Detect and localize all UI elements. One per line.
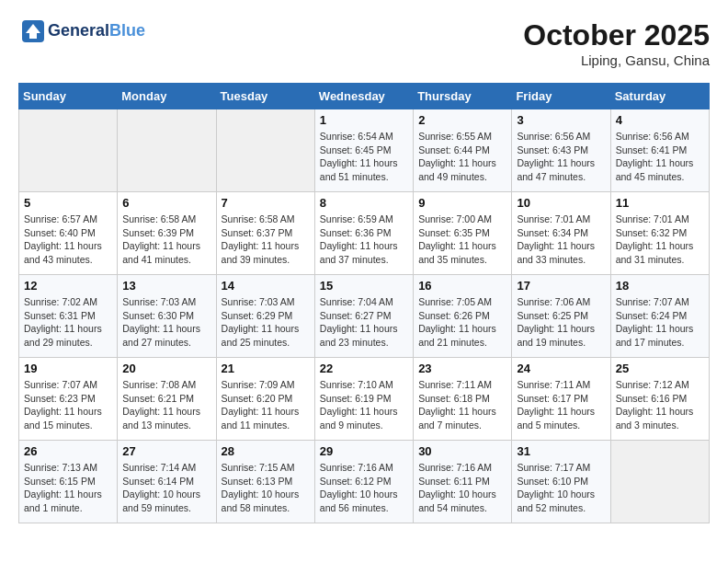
day-number: 9 xyxy=(418,196,506,210)
calendar-cell: 14Sunrise: 7:03 AM Sunset: 6:29 PM Dayli… xyxy=(216,275,314,358)
calendar-cell xyxy=(610,441,709,523)
weekday-header-wednesday: Wednesday xyxy=(314,84,413,109)
calendar-cell: 12Sunrise: 7:02 AM Sunset: 6:31 PM Dayli… xyxy=(19,275,118,358)
weekday-row: SundayMondayTuesdayWednesdayThursdayFrid… xyxy=(19,84,710,109)
day-info: Sunrise: 7:12 AM Sunset: 6:16 PM Dayligh… xyxy=(616,378,704,432)
day-number: 21 xyxy=(222,362,310,375)
calendar-cell: 23Sunrise: 7:11 AM Sunset: 6:18 PM Dayli… xyxy=(414,358,512,441)
day-number: 30 xyxy=(418,444,506,458)
calendar-cell: 9Sunrise: 7:00 AM Sunset: 6:35 PM Daylig… xyxy=(414,192,512,275)
day-info: Sunrise: 6:56 AM Sunset: 6:43 PM Dayligh… xyxy=(517,130,605,184)
svg-rect-2 xyxy=(29,33,37,39)
day-info: Sunrise: 6:58 AM Sunset: 6:39 PM Dayligh… xyxy=(122,213,210,267)
day-info: Sunrise: 7:17 AM Sunset: 6:10 PM Dayligh… xyxy=(517,461,605,515)
day-number: 5 xyxy=(24,196,112,210)
calendar-cell: 10Sunrise: 7:01 AM Sunset: 6:34 PM Dayli… xyxy=(512,192,610,275)
day-number: 8 xyxy=(320,196,408,210)
day-number: 28 xyxy=(222,444,310,458)
day-number: 31 xyxy=(517,444,605,458)
day-info: Sunrise: 7:11 AM Sunset: 6:18 PM Dayligh… xyxy=(418,378,506,432)
day-info: Sunrise: 7:16 AM Sunset: 6:11 PM Dayligh… xyxy=(418,461,506,515)
calendar-cell: 29Sunrise: 7:16 AM Sunset: 6:12 PM Dayli… xyxy=(314,441,413,523)
month-title: October 2025 xyxy=(523,18,710,52)
logo-text: GeneralBlue xyxy=(48,21,145,41)
day-number: 10 xyxy=(517,196,605,210)
calendar-cell: 15Sunrise: 7:04 AM Sunset: 6:27 PM Dayli… xyxy=(314,275,413,358)
day-info: Sunrise: 7:07 AM Sunset: 6:24 PM Dayligh… xyxy=(616,295,704,350)
day-info: Sunrise: 7:08 AM Sunset: 6:21 PM Dayligh… xyxy=(122,378,210,432)
day-info: Sunrise: 6:57 AM Sunset: 6:40 PM Dayligh… xyxy=(24,213,112,267)
weekday-header-saturday: Saturday xyxy=(610,84,709,109)
day-info: Sunrise: 7:03 AM Sunset: 6:30 PM Dayligh… xyxy=(122,295,210,350)
day-number: 23 xyxy=(418,362,506,375)
calendar-cell: 27Sunrise: 7:14 AM Sunset: 6:14 PM Dayli… xyxy=(118,441,216,523)
day-info: Sunrise: 7:11 AM Sunset: 6:17 PM Dayligh… xyxy=(517,378,605,432)
day-number: 4 xyxy=(616,113,704,127)
day-info: Sunrise: 7:07 AM Sunset: 6:23 PM Dayligh… xyxy=(24,378,112,432)
calendar-week-3: 12Sunrise: 7:02 AM Sunset: 6:31 PM Dayli… xyxy=(19,275,710,358)
weekday-header-monday: Monday xyxy=(118,84,216,109)
day-number: 26 xyxy=(24,444,112,458)
calendar-table: SundayMondayTuesdayWednesdayThursdayFrid… xyxy=(18,83,710,523)
day-number: 25 xyxy=(616,362,704,375)
day-info: Sunrise: 7:09 AM Sunset: 6:20 PM Dayligh… xyxy=(222,378,310,432)
calendar-cell: 19Sunrise: 7:07 AM Sunset: 6:23 PM Dayli… xyxy=(19,358,118,441)
calendar-week-5: 26Sunrise: 7:13 AM Sunset: 6:15 PM Dayli… xyxy=(19,441,710,523)
calendar-cell: 4Sunrise: 6:56 AM Sunset: 6:41 PM Daylig… xyxy=(610,109,709,192)
calendar-cell xyxy=(216,109,314,192)
day-number: 29 xyxy=(320,444,408,458)
day-info: Sunrise: 7:06 AM Sunset: 6:25 PM Dayligh… xyxy=(517,295,605,350)
day-number: 18 xyxy=(616,279,704,293)
day-info: Sunrise: 6:54 AM Sunset: 6:45 PM Dayligh… xyxy=(320,130,408,184)
day-info: Sunrise: 7:00 AM Sunset: 6:35 PM Dayligh… xyxy=(418,213,506,267)
day-number: 1 xyxy=(320,113,408,127)
calendar-cell: 31Sunrise: 7:17 AM Sunset: 6:10 PM Dayli… xyxy=(512,441,610,523)
day-number: 20 xyxy=(122,362,210,375)
day-info: Sunrise: 6:56 AM Sunset: 6:41 PM Dayligh… xyxy=(616,130,704,184)
calendar-cell: 20Sunrise: 7:08 AM Sunset: 6:21 PM Dayli… xyxy=(118,358,216,441)
calendar-cell xyxy=(19,109,118,192)
day-info: Sunrise: 7:01 AM Sunset: 6:34 PM Dayligh… xyxy=(517,213,605,267)
day-number: 17 xyxy=(517,279,605,293)
calendar-cell: 17Sunrise: 7:06 AM Sunset: 6:25 PM Dayli… xyxy=(512,275,610,358)
calendar-cell: 7Sunrise: 6:58 AM Sunset: 6:37 PM Daylig… xyxy=(216,192,314,275)
day-number: 12 xyxy=(24,279,112,293)
day-info: Sunrise: 7:10 AM Sunset: 6:19 PM Dayligh… xyxy=(320,378,408,432)
calendar-week-1: 1Sunrise: 6:54 AM Sunset: 6:45 PM Daylig… xyxy=(19,109,710,192)
calendar-cell: 26Sunrise: 7:13 AM Sunset: 6:15 PM Dayli… xyxy=(19,441,118,523)
calendar-week-2: 5Sunrise: 6:57 AM Sunset: 6:40 PM Daylig… xyxy=(19,192,710,275)
day-info: Sunrise: 7:16 AM Sunset: 6:12 PM Dayligh… xyxy=(320,461,408,515)
weekday-header-sunday: Sunday xyxy=(19,84,118,109)
calendar-cell: 2Sunrise: 6:55 AM Sunset: 6:44 PM Daylig… xyxy=(414,109,512,192)
calendar-cell: 25Sunrise: 7:12 AM Sunset: 6:16 PM Dayli… xyxy=(610,358,709,441)
day-number: 6 xyxy=(122,196,210,210)
day-number: 16 xyxy=(418,279,506,293)
day-info: Sunrise: 7:01 AM Sunset: 6:32 PM Dayligh… xyxy=(616,213,704,267)
day-number: 3 xyxy=(517,113,605,127)
day-info: Sunrise: 7:05 AM Sunset: 6:26 PM Dayligh… xyxy=(418,295,506,350)
day-number: 22 xyxy=(320,362,408,375)
calendar-cell: 24Sunrise: 7:11 AM Sunset: 6:17 PM Dayli… xyxy=(512,358,610,441)
weekday-header-friday: Friday xyxy=(512,84,610,109)
calendar-cell: 8Sunrise: 6:59 AM Sunset: 6:36 PM Daylig… xyxy=(314,192,413,275)
day-info: Sunrise: 6:55 AM Sunset: 6:44 PM Dayligh… xyxy=(418,130,506,184)
calendar-cell: 3Sunrise: 6:56 AM Sunset: 6:43 PM Daylig… xyxy=(512,109,610,192)
calendar-cell xyxy=(118,109,216,192)
day-info: Sunrise: 7:02 AM Sunset: 6:31 PM Dayligh… xyxy=(24,295,112,350)
day-info: Sunrise: 7:03 AM Sunset: 6:29 PM Dayligh… xyxy=(222,295,310,350)
day-number: 2 xyxy=(418,113,506,127)
day-number: 14 xyxy=(222,279,310,293)
day-number: 7 xyxy=(222,196,310,210)
weekday-header-tuesday: Tuesday xyxy=(216,84,314,109)
day-info: Sunrise: 7:04 AM Sunset: 6:27 PM Dayligh… xyxy=(320,295,408,350)
calendar-cell: 18Sunrise: 7:07 AM Sunset: 6:24 PM Dayli… xyxy=(610,275,709,358)
calendar-cell: 1Sunrise: 6:54 AM Sunset: 6:45 PM Daylig… xyxy=(314,109,413,192)
calendar-cell: 28Sunrise: 7:15 AM Sunset: 6:13 PM Dayli… xyxy=(216,441,314,523)
calendar-week-4: 19Sunrise: 7:07 AM Sunset: 6:23 PM Dayli… xyxy=(19,358,710,441)
day-number: 24 xyxy=(517,362,605,375)
calendar-cell: 21Sunrise: 7:09 AM Sunset: 6:20 PM Dayli… xyxy=(216,358,314,441)
calendar-header: SundayMondayTuesdayWednesdayThursdayFrid… xyxy=(19,84,710,109)
day-number: 11 xyxy=(616,196,704,210)
day-info: Sunrise: 6:59 AM Sunset: 6:36 PM Dayligh… xyxy=(320,213,408,267)
logo-icon xyxy=(20,18,46,44)
